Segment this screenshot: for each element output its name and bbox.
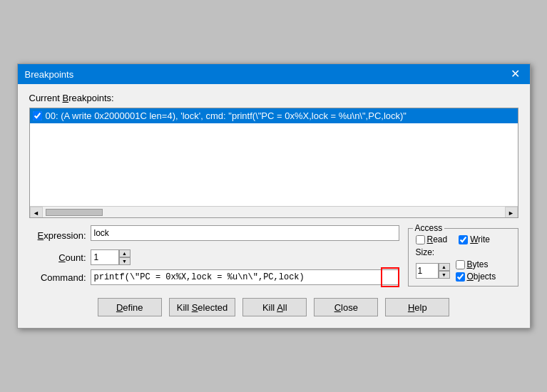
- size-spinner-buttons: ▲ ▼: [439, 263, 450, 279]
- size-input[interactable]: [416, 263, 439, 279]
- kill-selected-button[interactable]: Kill Selected: [169, 298, 236, 316]
- access-legend: Access: [413, 223, 445, 233]
- dialog-body: Current Breakpoints: 00: (A write 0x2000…: [18, 84, 530, 328]
- size-row: ▲ ▼ Bytes Objects: [416, 259, 511, 282]
- size-up-button[interactable]: ▲: [439, 263, 450, 271]
- breakpoints-section-label: Current Breakpoints:: [29, 93, 518, 103]
- write-checkbox[interactable]: [459, 235, 468, 244]
- bytes-label: Bytes: [467, 259, 489, 269]
- close-icon[interactable]: ✕: [508, 68, 523, 80]
- objects-option: Objects: [456, 272, 496, 282]
- write-label: Write: [470, 234, 490, 244]
- command-input[interactable]: [91, 269, 399, 285]
- scroll-thumb[interactable]: [46, 209, 103, 216]
- count-up-button[interactable]: ▲: [119, 249, 131, 257]
- scroll-left-arrow[interactable]: ◄: [30, 207, 43, 219]
- breakpoint-item[interactable]: 00: (A write 0x2000001C len=4), 'lock', …: [30, 108, 518, 123]
- size-down-button[interactable]: ▼: [439, 271, 450, 279]
- scroll-right-arrow[interactable]: ►: [505, 207, 518, 219]
- kill-all-button[interactable]: Kill All: [242, 298, 307, 316]
- help-button[interactable]: Help: [385, 298, 449, 316]
- bytes-option: Bytes: [456, 259, 496, 269]
- breakpoint-text: 00: (A write 0x2000001C len=4), 'lock', …: [46, 110, 407, 121]
- horizontal-scrollbar[interactable]: ◄ ►: [30, 206, 518, 218]
- objects-label: Objects: [467, 272, 496, 282]
- count-label: Count:: [29, 252, 86, 263]
- scroll-track[interactable]: [43, 207, 505, 219]
- button-row: Define Kill Selected Kill All Close Help: [29, 298, 518, 319]
- size-options: Bytes Objects: [456, 259, 496, 282]
- expression-input[interactable]: [91, 225, 399, 241]
- form-area: Expression: Count: ▲ ▼ Com: [29, 225, 518, 289]
- form-left: Expression: Count: ▲ ▼ Com: [29, 225, 399, 289]
- breakpoints-dialog: Breakpoints ✕ Current Breakpoints: 00: (…: [17, 63, 531, 329]
- expression-label: Expression:: [29, 230, 86, 241]
- read-label: Read: [427, 234, 448, 244]
- write-item: Write: [459, 234, 490, 244]
- size-spinner: ▲ ▼: [416, 263, 450, 279]
- breakpoints-list[interactable]: 00: (A write 0x2000001C len=4), 'lock', …: [30, 108, 518, 206]
- count-input[interactable]: [91, 249, 119, 265]
- breakpoints-list-container: 00: (A write 0x2000001C len=4), 'lock', …: [29, 108, 518, 218]
- read-item: Read: [416, 234, 448, 244]
- dialog-title: Breakpoints: [25, 69, 74, 80]
- count-spinner: ▲ ▼: [91, 249, 131, 265]
- size-label: Size:: [416, 247, 511, 257]
- access-fieldset: Access Read Write Size:: [408, 228, 518, 287]
- define-button[interactable]: Define: [98, 298, 162, 316]
- expression-row: Expression:: [29, 225, 399, 245]
- command-input-wrap: [91, 269, 399, 285]
- count-row: Count: ▲ ▼: [29, 249, 399, 265]
- breakpoint-checkbox[interactable]: [33, 111, 42, 120]
- title-bar: Breakpoints ✕: [18, 64, 530, 84]
- count-spinner-buttons: ▲ ▼: [119, 249, 131, 265]
- bytes-checkbox[interactable]: [456, 260, 465, 269]
- count-down-button[interactable]: ▼: [119, 257, 131, 265]
- access-section: Access Read Write Size:: [408, 225, 518, 287]
- command-row: Command:: [29, 269, 399, 285]
- close-button[interactable]: Close: [314, 298, 378, 316]
- command-label: Command:: [29, 272, 86, 283]
- read-checkbox[interactable]: [416, 235, 425, 244]
- objects-checkbox[interactable]: [456, 272, 465, 282]
- access-checkboxes: Read Write: [416, 234, 511, 244]
